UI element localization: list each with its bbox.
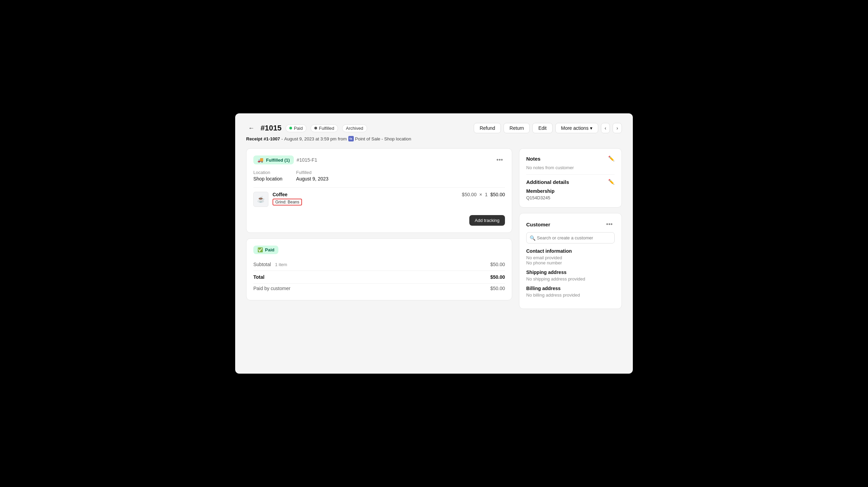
receipt-id: #1-1007 — [264, 136, 280, 141]
paid-by-label: Paid by customer — [253, 286, 290, 291]
total-row: Total $50.00 — [253, 271, 505, 282]
left-column: 🚚 Fulfilled (1) #1015-F1 ••• Location Sh… — [246, 148, 512, 300]
paid-badge: Paid — [286, 124, 306, 132]
fulfilled-badge: Fulfilled — [311, 124, 338, 132]
fulfilled-card-header-left: 🚚 Fulfilled (1) #1015-F1 — [253, 155, 317, 164]
additional-details-header: Additional details ✏️ — [526, 179, 615, 185]
paid-by-value: $50.00 — [490, 286, 505, 291]
contact-title: Contact information — [526, 248, 615, 254]
additional-details-title: Additional details — [526, 179, 569, 185]
more-actions-button[interactable]: More actions ▾ — [555, 123, 598, 133]
paid-card-header: ✅ Paid — [253, 246, 505, 254]
product-info: Coffee Grind: Beans — [273, 192, 458, 205]
no-shipping: No shipping address provided — [526, 276, 615, 282]
notes-edit-button[interactable]: ✏️ — [608, 155, 615, 162]
notes-text: No notes from customer — [526, 165, 615, 170]
edit-button[interactable]: Edit — [532, 123, 552, 133]
membership-label: Membership — [526, 188, 615, 194]
product-qty: 1 — [485, 192, 487, 197]
notes-title: Notes — [526, 156, 541, 162]
search-icon: 🔍 — [530, 235, 535, 241]
fulfillment-info-grid: Location Shop location Fulfilled August … — [253, 170, 505, 182]
product-total: $50.00 — [490, 192, 505, 197]
fulfillment-id: #1015-F1 — [297, 157, 317, 163]
location-info: Location Shop location — [253, 170, 282, 182]
product-name: Coffee — [273, 192, 458, 197]
product-image-icon: ☕ — [257, 196, 265, 203]
checkmark-icon: ✅ — [257, 247, 263, 252]
membership-value: Q154D3245 — [526, 195, 615, 200]
right-column: Notes ✏️ No notes from customer Addition… — [519, 148, 622, 309]
fulfilled-date: August 9, 2023 — [296, 176, 328, 182]
fulfilled-label: Fulfilled — [296, 170, 328, 175]
back-button[interactable]: ← — [246, 124, 256, 133]
fulfilled-card: 🚚 Fulfilled (1) #1015-F1 ••• Location Sh… — [246, 148, 512, 233]
no-billing: No billing address provided — [526, 292, 615, 298]
archived-badge: Archived — [342, 124, 367, 132]
truck-icon: 🚚 — [257, 157, 263, 163]
order-number: #1015 — [261, 124, 281, 133]
paid-card-badge: ✅ Paid — [253, 246, 278, 254]
shipping-address-section: Shipping address No shipping address pro… — [526, 270, 615, 282]
receipt-source: Point of Sale - Shop location — [355, 136, 411, 141]
location-label: Location — [253, 170, 282, 175]
notes-divider — [526, 174, 615, 175]
notes-section-header: Notes ✏️ — [526, 155, 615, 162]
billing-address-section: Billing address No billing address provi… — [526, 286, 615, 298]
subtotal-value: $50.00 — [490, 262, 505, 267]
product-price-row: $50.00 × 1 $50.00 — [462, 192, 505, 197]
return-button[interactable]: Return — [504, 123, 530, 133]
subtotal-items: 1 item — [275, 262, 287, 267]
location-value: Shop location — [253, 176, 282, 182]
shipping-title: Shipping address — [526, 270, 615, 275]
next-order-button[interactable]: › — [613, 123, 622, 133]
fulfilled-card-badge: 🚚 Fulfilled (1) — [253, 155, 294, 164]
add-tracking-button[interactable]: Add tracking — [469, 215, 505, 226]
additional-details-edit-button[interactable]: ✏️ — [608, 179, 615, 185]
product-price: $50.00 — [462, 192, 477, 197]
chevron-down-icon: ▾ — [590, 125, 592, 131]
notes-card: Notes ✏️ No notes from customer Addition… — [519, 148, 622, 208]
customer-search-input[interactable] — [526, 232, 615, 244]
customer-search-wrap: 🔍 — [526, 232, 615, 244]
fulfilled-date-info: Fulfilled August 9, 2023 — [296, 170, 328, 182]
prev-order-button[interactable]: ‹ — [601, 123, 610, 133]
pos-icon: 🛍 — [348, 136, 354, 141]
billing-title: Billing address — [526, 286, 615, 291]
product-row: ☕ Coffee Grind: Beans $50.00 × 1 $50.00 — [253, 187, 505, 211]
customer-section-header: Customer ••• — [526, 220, 615, 229]
fulfilled-card-menu-button[interactable]: ••• — [494, 156, 505, 164]
paid-card: ✅ Paid Subtotal 1 item $50.00 Total $50.… — [246, 238, 512, 300]
receipt-label: Receipt — [246, 136, 262, 141]
no-email: No email provided — [526, 255, 615, 260]
refund-button[interactable]: Refund — [474, 123, 501, 133]
total-value: $50.00 — [490, 274, 505, 280]
product-qty-symbol: × — [479, 192, 482, 197]
product-image: ☕ — [253, 192, 268, 207]
subtotal-label: Subtotal 1 item — [253, 262, 287, 267]
no-phone: No phone number — [526, 260, 615, 265]
main-layout: 🚚 Fulfilled (1) #1015-F1 ••• Location Sh… — [246, 148, 622, 309]
fulfilled-card-header: 🚚 Fulfilled (1) #1015-F1 ••• — [253, 155, 505, 164]
customer-title: Customer — [526, 222, 550, 227]
paid-by-row: Paid by customer $50.00 — [253, 283, 505, 293]
customer-card: Customer ••• 🔍 Contact information No em… — [519, 213, 622, 309]
product-variant: Grind: Beans — [273, 199, 302, 205]
header-actions: Refund Return Edit More actions ▾ ‹ › — [474, 123, 622, 133]
subtotal-row: Subtotal 1 item $50.00 — [253, 260, 505, 269]
receipt-date: August 9, 2023 at 3:59 pm — [284, 136, 337, 141]
receipt-line: Receipt #1-1007 - August 9, 2023 at 3:59… — [246, 136, 622, 141]
total-label: Total — [253, 274, 264, 280]
contact-information-section: Contact information No email provided No… — [526, 248, 615, 265]
customer-menu-button[interactable]: ••• — [604, 220, 615, 229]
